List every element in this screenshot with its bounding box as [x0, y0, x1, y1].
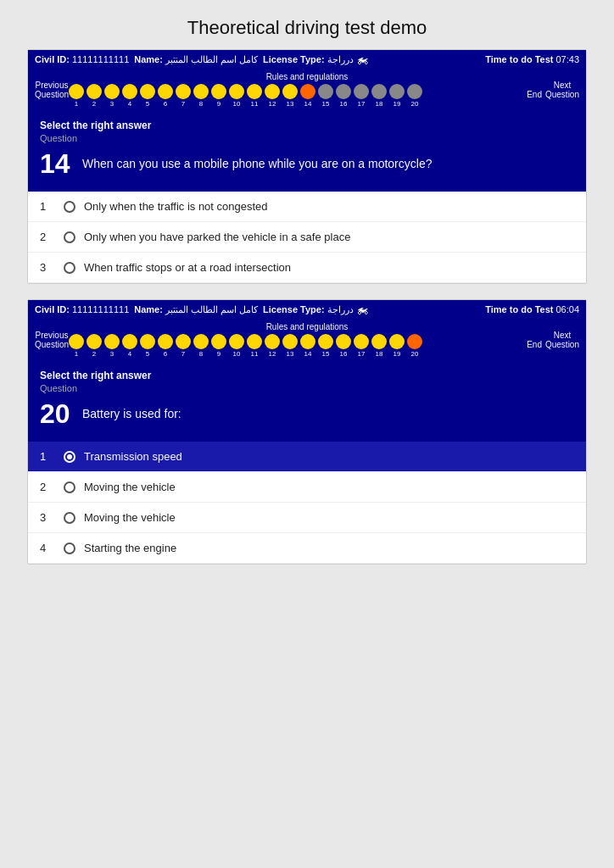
- radio-1-2[interactable]: [64, 231, 75, 243]
- c2-2[interactable]: 2: [87, 334, 102, 358]
- section-title-1: Select the right answer: [40, 120, 574, 131]
- c2-9[interactable]: 9: [211, 334, 226, 358]
- question-number-2: 20: [40, 398, 74, 430]
- license-field-2: License Type: درراجة 🏍: [263, 303, 368, 316]
- question-section-1: Select the right answer Question 14 When…: [28, 111, 586, 192]
- c2-19[interactable]: 19: [389, 334, 405, 358]
- answer-row-1-3[interactable]: 3 When traffic stops or at a road inters…: [28, 253, 586, 283]
- header-bar-2: Civil ID: 11111111111 Name: كامل اسم الط…: [28, 300, 586, 319]
- civil-id-field-2: Civil ID: 11111111111: [35, 304, 129, 314]
- circles-area-1: Rules and regulations 1 2 3 4 5 6 7 8: [69, 72, 545, 108]
- end-label-2: End: [527, 340, 542, 349]
- circle-13[interactable]: 13: [282, 84, 298, 108]
- circle-8[interactable]: 8: [193, 84, 209, 108]
- prev-button-2[interactable]: Previous Question: [35, 331, 69, 349]
- next-button-2[interactable]: Next Question: [545, 331, 579, 349]
- next-button-1[interactable]: Next Question: [545, 81, 579, 99]
- rules-label-1: Rules and regulations: [266, 72, 349, 81]
- answer-row-2-2[interactable]: 2 Moving the vehicle: [28, 472, 586, 503]
- radio-2-3[interactable]: [64, 512, 75, 524]
- circle-2[interactable]: 2: [87, 84, 102, 108]
- question-label-1: Question: [40, 133, 574, 143]
- c2-18[interactable]: 18: [371, 334, 387, 358]
- header-bar-1: Civil ID: 11111111111 Name: كامل اسم الط…: [28, 50, 586, 69]
- answer-row-1-1[interactable]: 1 Only when the traffic is not congested: [28, 192, 586, 222]
- civil-id-field-1: Civil ID: 11111111111: [35, 54, 129, 64]
- motorcycle-icon-1: 🏍: [356, 53, 368, 66]
- circles-area-2: Rules and regulations 1 2 3 4 5 6 7 8 9: [69, 322, 545, 358]
- c2-16[interactable]: 16: [336, 334, 351, 358]
- answers-section-1: 1 Only when the traffic is not congested…: [28, 192, 586, 283]
- circle-17[interactable]: 17: [354, 84, 369, 108]
- c2-20[interactable]: 20: [407, 334, 422, 358]
- c2-8[interactable]: 8: [193, 334, 209, 358]
- rules-label-2: Rules and regulations: [266, 322, 349, 331]
- section-title-2: Select the right answer: [40, 370, 574, 381]
- page-title: Theoretical driving test demo: [27, 17, 587, 39]
- answer-row-2-1[interactable]: 1 Transmission speed: [28, 442, 586, 472]
- circle-20[interactable]: 20: [407, 84, 422, 108]
- circle-12[interactable]: 12: [265, 84, 280, 108]
- radio-2-4[interactable]: [64, 542, 75, 554]
- c2-4[interactable]: 4: [122, 334, 137, 358]
- test-card-1: Civil ID: 11111111111 Name: كامل اسم الط…: [27, 49, 587, 284]
- c2-17[interactable]: 17: [354, 334, 369, 358]
- circle-4[interactable]: 4: [122, 84, 137, 108]
- circle-6[interactable]: 6: [158, 84, 173, 108]
- circle-16[interactable]: 16: [336, 84, 351, 108]
- timer-field-2: Time to do Test 06:04: [485, 304, 579, 314]
- question-text-1: When can you use a mobile phone while yo…: [82, 156, 432, 173]
- circle-7[interactable]: 7: [176, 84, 191, 108]
- test-card-2: Civil ID: 11111111111 Name: كامل اسم الط…: [27, 299, 587, 565]
- circle-15[interactable]: 15: [318, 84, 333, 108]
- radio-2-1[interactable]: [64, 451, 75, 463]
- answer-row-2-3[interactable]: 3 Moving the vehicle: [28, 503, 586, 533]
- circle-1[interactable]: 1: [69, 84, 84, 108]
- prev-button-1[interactable]: Previous Question: [35, 81, 69, 99]
- circle-10[interactable]: 10: [229, 84, 244, 108]
- question-body-2: 20 Battery is used for:: [40, 398, 574, 430]
- answer-row-2-4[interactable]: 4 Starting the engine: [28, 533, 586, 564]
- name-field-2: Name: كامل اسم الطالب المنتبر: [134, 304, 258, 315]
- question-section-2: Select the right answer Question 20 Batt…: [28, 361, 586, 442]
- circle-19[interactable]: 19: [389, 84, 405, 108]
- c2-15[interactable]: 15: [318, 334, 333, 358]
- motorcycle-icon-2: 🏍: [356, 303, 368, 316]
- nav-row-2: Previous Question Rules and regulations …: [28, 319, 586, 361]
- circle-11[interactable]: 11: [247, 84, 262, 108]
- end-label-1: End: [527, 90, 542, 99]
- question-text-2: Battery is used for:: [82, 406, 181, 423]
- nav-row-1: Previous Question Rules and regulations …: [28, 69, 586, 111]
- c2-12[interactable]: 12: [265, 334, 280, 358]
- c2-10[interactable]: 10: [229, 334, 244, 358]
- radio-1-1[interactable]: [64, 201, 75, 213]
- c2-13[interactable]: 13: [282, 334, 298, 358]
- circle-3[interactable]: 3: [104, 84, 120, 108]
- question-number-1: 14: [40, 148, 74, 180]
- question-body-1: 14 When can you use a mobile phone while…: [40, 148, 574, 180]
- answers-section-2: 1 Transmission speed 2 Moving the vehicl…: [28, 442, 586, 564]
- c2-5[interactable]: 5: [140, 334, 155, 358]
- circle-5[interactable]: 5: [140, 84, 155, 108]
- radio-2-2[interactable]: [64, 481, 75, 493]
- question-label-2: Question: [40, 383, 574, 393]
- circles-row-2: 1 2 3 4 5 6 7 8 9 10 11 12 13: [69, 334, 527, 358]
- c2-11[interactable]: 11: [247, 334, 262, 358]
- circles-row-1: 1 2 3 4 5 6 7 8 9 10 11 12 13: [69, 84, 527, 108]
- license-field-1: License Type: درراجة 🏍: [263, 53, 368, 66]
- page-wrapper: Theoretical driving test demo Civil ID: …: [27, 17, 587, 580]
- circle-14[interactable]: 14: [300, 84, 315, 108]
- c2-1[interactable]: 1: [69, 334, 84, 358]
- answer-row-1-2[interactable]: 2 Only when you have parked the vehicle …: [28, 222, 586, 253]
- radio-1-3[interactable]: [64, 262, 75, 274]
- c2-6[interactable]: 6: [158, 334, 173, 358]
- name-field-1: Name: كامل اسم الطالب المنتبر: [134, 54, 258, 65]
- c2-14[interactable]: 14: [300, 334, 315, 358]
- c2-7[interactable]: 7: [176, 334, 191, 358]
- circle-9[interactable]: 9: [211, 84, 226, 108]
- circle-18[interactable]: 18: [371, 84, 387, 108]
- c2-3[interactable]: 3: [104, 334, 120, 358]
- timer-field-1: Time to do Test 07:43: [485, 54, 579, 64]
